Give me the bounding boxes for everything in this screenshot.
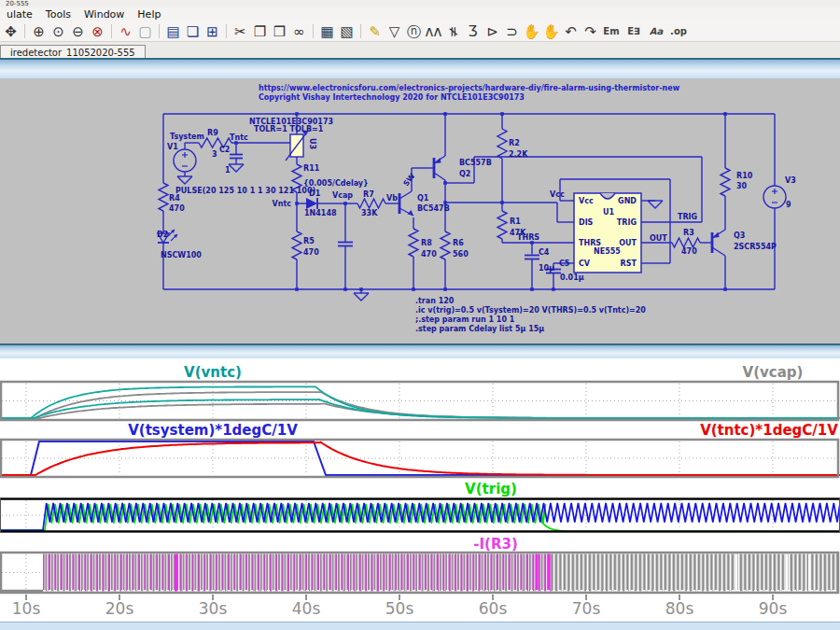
menu-item-window[interactable]: Window <box>77 7 131 21</box>
ground-symbol[interactable] <box>177 176 192 184</box>
junction-dot <box>343 202 347 205</box>
junction-dot <box>443 181 447 185</box>
inductor-icon[interactable]: Ʒ <box>464 22 482 41</box>
print-icon[interactable]: ▦ <box>318 22 336 41</box>
waveform-window-titlebar[interactable] <box>0 343 840 358</box>
schematic-label: C5 <box>559 259 570 268</box>
schematic-label: R5 <box>303 237 315 245</box>
ground-icon[interactable]: ▽ <box>385 22 403 41</box>
find-icon[interactable]: ∞ <box>290 22 308 41</box>
zoom-box-icon[interactable]: ▢ <box>136 22 154 41</box>
schematic-canvas[interactable]: https://www.electronicsforu.com/electron… <box>0 78 840 343</box>
menu-item-help[interactable]: Help <box>131 7 167 21</box>
trace-label-V(trig)[interactable]: V(trig) <box>465 481 517 497</box>
redo-icon[interactable]: ↷ <box>581 22 599 41</box>
schematic-label: Vb <box>386 194 398 203</box>
trace-label--I(R3)[interactable]: -I(R3) <box>473 536 518 553</box>
grab-icon[interactable]: ✋ <box>523 22 540 41</box>
gate-icon[interactable]: ⊃ <box>503 22 521 41</box>
schematic-label: R10 <box>736 172 753 180</box>
edit-pencil-icon[interactable]: ✎ <box>366 22 384 41</box>
trace-label-V(vntc)[interactable]: V(vntc) <box>184 364 242 381</box>
schematic-label: CV <box>579 259 591 268</box>
zoom-out-icon[interactable]: ⊖ <box>69 22 87 41</box>
zoom-in-icon[interactable]: ⊕ <box>30 22 48 41</box>
x-axis-tick-label: 50s <box>385 599 414 618</box>
schematic-label: 30 <box>736 182 748 190</box>
x-axis-tick-label: 80s <box>665 599 694 618</box>
schematic-label: V1 <box>167 143 178 151</box>
pan-icon[interactable]: ✥ <box>2 22 20 41</box>
diode-icon[interactable]: ⊳ <box>483 22 501 41</box>
schematic-label: 470 <box>681 247 697 256</box>
trace-label-V(tsystem)*1degC/1V[interactable]: V(tsystem)*1degC/1V <box>128 422 298 439</box>
resistor-symbol[interactable] <box>357 199 385 208</box>
ground-symbol[interactable] <box>229 164 244 172</box>
rotate-icon[interactable]: E∃ <box>623 22 644 41</box>
schematic-label: THRS <box>517 233 539 242</box>
window-title[interactable]: 20-555 <box>0 0 840 7</box>
resistor-symbol[interactable] <box>292 231 301 259</box>
resistor-symbol[interactable] <box>159 183 168 211</box>
waveform-plot: V(vntc)V(vcap)V(tsystem)*1degC/1VV(tntc)… <box>0 358 840 622</box>
trace-label-V(vcap)[interactable]: V(vcap) <box>743 364 804 381</box>
text-icon[interactable]: Aa <box>646 22 666 41</box>
resistor-symbol[interactable] <box>409 229 418 257</box>
menu-item-tools[interactable]: Tools <box>39 7 77 21</box>
junction-dot <box>552 287 555 291</box>
spice-directive-icon[interactable]: .op <box>668 22 689 41</box>
schematic-label: U3 <box>308 138 316 149</box>
resistor-symbol[interactable] <box>672 238 700 247</box>
net-label-icon[interactable]: ⓝ <box>405 22 423 41</box>
schematic-label: Q2 <box>459 170 470 178</box>
cascade-windows-icon[interactable]: ❏ <box>184 22 202 41</box>
resistor-icon[interactable]: ʌʌ <box>425 22 442 41</box>
ground-symbol[interactable] <box>354 293 369 301</box>
schematic-label: D2 <box>157 231 168 239</box>
resistor-symbol[interactable] <box>441 231 450 259</box>
paste-icon[interactable]: ❒ <box>271 22 288 41</box>
resistor-symbol[interactable] <box>721 168 730 196</box>
trace-V(vcap)-run1 <box>0 392 839 418</box>
schematic-label: GND <box>618 197 637 205</box>
resistor-symbol[interactable] <box>497 211 507 239</box>
tile-windows-icon[interactable]: ⊞ <box>203 22 221 41</box>
plot-panes-icon[interactable]: ▤ <box>164 22 182 41</box>
zoom-full-extents-icon[interactable]: ⊗ <box>89 22 106 41</box>
drag-icon[interactable]: ✋ <box>542 22 560 41</box>
spice-directive: .tran 120 <box>415 297 455 305</box>
ground-symbol[interactable] <box>648 201 663 208</box>
print-preview-icon[interactable]: ▧ <box>338 22 356 41</box>
trace-label-V(tntc)*1degC/1V[interactable]: V(tntc)*1degC/1V <box>700 422 838 439</box>
x-axis-tick-label: 10s <box>12 599 41 618</box>
zoom-window-icon[interactable]: ⊙ <box>49 22 67 41</box>
undo-icon[interactable]: ↶ <box>562 22 580 41</box>
mirror-icon[interactable]: Em <box>601 22 622 41</box>
autorange-icon[interactable]: ∿ <box>117 22 134 41</box>
junction-dot <box>530 287 534 291</box>
copy-icon[interactable]: ❐ <box>251 22 269 41</box>
bright-pulse <box>548 554 550 592</box>
trace--I(R3)-run1-pulses <box>43 554 551 592</box>
schematic-label: Tntc <box>230 133 248 142</box>
trace-V(vntc)-run2 <box>0 399 840 418</box>
menu-bar: ulateToolsWindowHelp <box>0 7 840 21</box>
junction-dot <box>295 287 299 291</box>
schematic-label: NE555 <box>594 247 621 256</box>
toolbar-separator <box>313 24 314 38</box>
capacitor-icon[interactable]: ≠ <box>444 22 463 40</box>
schematic-label: RST <box>621 259 637 268</box>
diode-d1-symbol[interactable] <box>306 198 317 209</box>
schematic-window-titlebar[interactable] <box>0 58 840 78</box>
resistor-symbol[interactable] <box>497 129 507 159</box>
tab-bar: iredetector_11052020-555 <box>0 42 840 58</box>
schematic-label: 33K <box>361 209 378 217</box>
schematic-label: C4 <box>539 248 550 257</box>
schematic-label: Vcc <box>579 197 594 205</box>
cut-icon[interactable]: ✂ <box>231 22 249 41</box>
pane-vntc-vcap-border[interactable] <box>1 382 838 420</box>
wire <box>434 173 445 180</box>
waveform-viewer[interactable]: V(vntc)V(vcap)V(tsystem)*1degC/1VV(tntc)… <box>0 358 840 622</box>
menu-item-ulate[interactable]: ulate <box>0 7 39 21</box>
spice-directive: .ic v(trig)=0.5 v(Tsystem)=20 V(THRS)=0.… <box>415 306 646 315</box>
